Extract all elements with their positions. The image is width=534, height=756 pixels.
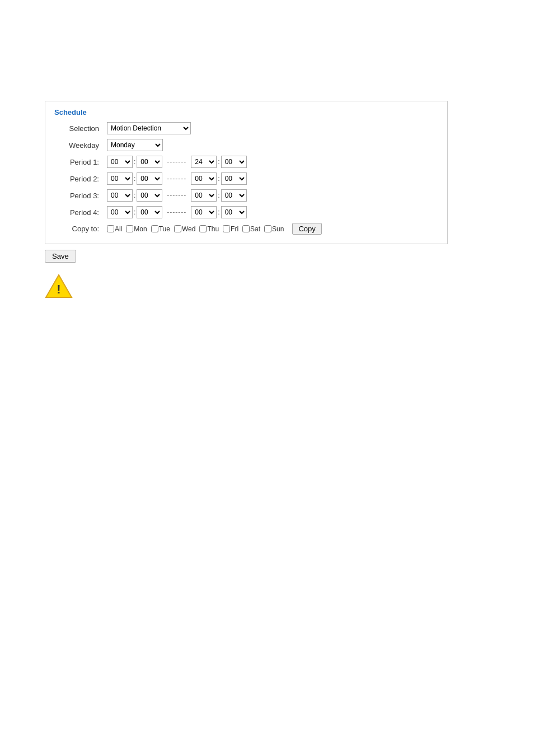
checkbox-tue-label: Tue bbox=[159, 225, 170, 233]
checkbox-tue[interactable] bbox=[151, 225, 158, 232]
period-2-row: Period 2: 00 : 00 ------- 00 : 00 bbox=[54, 172, 438, 185]
checkbox-sun-item: Sun bbox=[264, 225, 284, 233]
period-4-start-hour[interactable]: 00 bbox=[107, 206, 133, 218]
checkbox-mon-label: Mon bbox=[134, 225, 147, 233]
save-button[interactable]: Save bbox=[45, 250, 76, 263]
period-1-start-min[interactable]: 00 bbox=[137, 156, 162, 168]
colon-sep-7: : bbox=[134, 208, 135, 216]
checkbox-sun-label: Sun bbox=[272, 225, 284, 233]
period-2-label: Period 2: bbox=[54, 175, 99, 183]
colon-sep-3: : bbox=[134, 175, 135, 183]
checkbox-mon-item: Mon bbox=[126, 225, 147, 233]
checkbox-mon[interactable] bbox=[126, 225, 133, 232]
weekday-row: Weekday Monday Tuesday Wednesday Thursda… bbox=[54, 139, 438, 151]
colon-sep-6: : bbox=[218, 192, 219, 199]
period-1-end: 24 : 00 bbox=[191, 156, 246, 168]
checkbox-thu-label: Thu bbox=[207, 225, 219, 233]
period-2-end-min[interactable]: 00 bbox=[221, 172, 247, 185]
checkbox-wed-label: Wed bbox=[182, 225, 195, 233]
checkbox-all[interactable] bbox=[107, 225, 114, 232]
period-4-row: Period 4: 00 : 00 ------- 00 : 00 bbox=[54, 206, 438, 218]
period-3-end-min[interactable]: 00 bbox=[221, 189, 247, 202]
period-1-row: Period 1: 00 : 00 ------- 24 : 00 bbox=[54, 156, 438, 168]
period-1-label: Period 1: bbox=[54, 158, 99, 166]
period-2-start-min[interactable]: 00 bbox=[137, 172, 162, 185]
period-3-row: Period 3: 00 : 00 ------- 00 : 00 bbox=[54, 189, 438, 202]
period-4-label: Period 4: bbox=[54, 208, 99, 217]
selection-dropdown[interactable]: Motion Detection Continuous Alarm bbox=[107, 122, 191, 134]
copy-checkboxes: All Mon Tue Wed Thu Fri bbox=[107, 223, 322, 235]
checkbox-sat-item: Sat bbox=[242, 225, 260, 233]
schedule-panel: Schedule Selection Motion Detection Cont… bbox=[45, 101, 448, 244]
period-3-end-hour[interactable]: 00 bbox=[191, 189, 217, 202]
period-2-start: 00 : 00 bbox=[107, 172, 162, 185]
colon-sep-8: : bbox=[218, 208, 219, 216]
checkbox-fri[interactable] bbox=[223, 225, 230, 232]
colon-sep: : bbox=[134, 158, 135, 166]
copy-button[interactable]: Copy bbox=[292, 223, 321, 235]
period-4-end-hour[interactable]: 00 bbox=[191, 206, 217, 218]
period-3-start-min[interactable]: 00 bbox=[137, 189, 162, 202]
period-1-start-hour[interactable]: 00 bbox=[107, 156, 133, 168]
selection-label: Selection bbox=[54, 124, 99, 133]
colon-sep-5: : bbox=[134, 192, 135, 199]
checkbox-sat[interactable] bbox=[242, 225, 250, 232]
period-2-end-hour[interactable]: 00 bbox=[191, 172, 217, 185]
period-4-start: 00 : 00 bbox=[107, 206, 162, 218]
period-1-end-hour[interactable]: 24 bbox=[191, 156, 217, 168]
weekday-dropdown[interactable]: Monday Tuesday Wednesday Thursday Friday… bbox=[107, 139, 163, 151]
selection-row: Selection Motion Detection Continuous Al… bbox=[54, 122, 438, 134]
period-1-dash: ------- bbox=[167, 158, 186, 166]
checkbox-tue-item: Tue bbox=[151, 225, 170, 233]
checkbox-wed[interactable] bbox=[174, 225, 181, 232]
period-3-dash: ------- bbox=[167, 192, 186, 199]
period-4-end: 00 : 00 bbox=[191, 206, 246, 218]
checkbox-thu[interactable] bbox=[199, 225, 207, 232]
checkbox-fri-label: Fri bbox=[231, 225, 238, 233]
period-2-start-hour[interactable]: 00 bbox=[107, 172, 133, 185]
period-1-start: 00 : 00 bbox=[107, 156, 162, 168]
checkbox-sun[interactable] bbox=[264, 225, 271, 232]
copy-to-row: Copy to: All Mon Tue Wed Thu bbox=[54, 223, 438, 235]
svg-text:!: ! bbox=[57, 282, 60, 296]
period-2-end: 00 : 00 bbox=[191, 172, 246, 185]
checkbox-thu-item: Thu bbox=[199, 225, 219, 233]
checkbox-all-label: All bbox=[115, 225, 122, 233]
checkbox-fri-item: Fri bbox=[223, 225, 238, 233]
period-3-start: 00 : 00 bbox=[107, 189, 162, 202]
checkbox-sat-label: Sat bbox=[250, 225, 260, 233]
weekday-label: Weekday bbox=[54, 141, 99, 150]
schedule-title: Schedule bbox=[54, 108, 438, 116]
checkbox-all-item: All bbox=[107, 225, 122, 233]
period-1-end-min[interactable]: 00 bbox=[221, 156, 247, 168]
colon-sep-2: : bbox=[218, 158, 219, 166]
period-4-end-min[interactable]: 00 bbox=[221, 206, 247, 218]
period-2-dash: ------- bbox=[167, 175, 186, 183]
period-3-label: Period 3: bbox=[54, 192, 99, 200]
period-3-start-hour[interactable]: 00 bbox=[107, 189, 133, 202]
period-4-dash: ------- bbox=[167, 208, 186, 216]
checkbox-wed-item: Wed bbox=[174, 225, 195, 233]
colon-sep-4: : bbox=[218, 175, 219, 183]
period-4-start-min[interactable]: 00 bbox=[137, 206, 162, 218]
copy-to-label: Copy to: bbox=[54, 225, 99, 233]
period-3-end: 00 : 00 bbox=[191, 189, 246, 202]
warning-icon: ! bbox=[45, 274, 73, 298]
